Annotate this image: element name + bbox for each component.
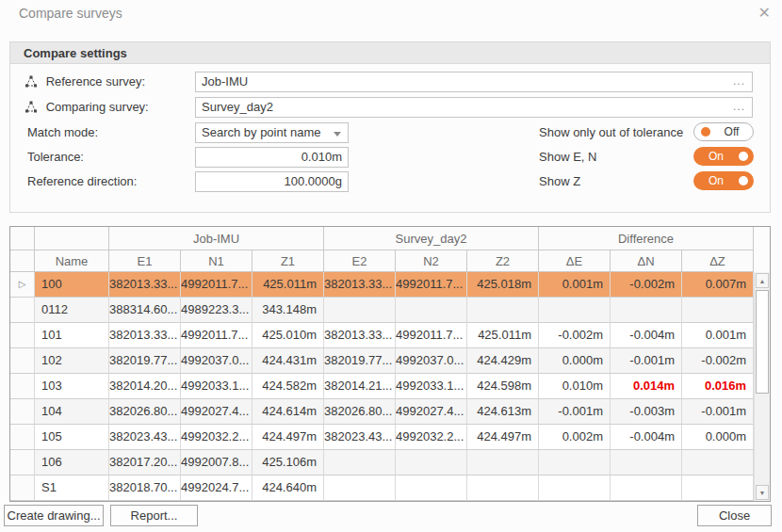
- row-marker[interactable]: [10, 425, 35, 450]
- scroll-up-icon[interactable]: ▲: [756, 273, 769, 288]
- value-cell[interactable]: 424.614m: [253, 399, 324, 425]
- value-cell[interactable]: [682, 450, 754, 476]
- column-header[interactable]: ΔN: [611, 250, 682, 272]
- close-icon[interactable]: ✕: [758, 4, 771, 23]
- value-cell[interactable]: 424.497m: [253, 425, 324, 450]
- value-cell[interactable]: 0.001m: [682, 323, 754, 348]
- value-cell[interactable]: [467, 476, 539, 501]
- value-cell[interactable]: [396, 298, 467, 323]
- value-cell[interactable]: -0.002m: [682, 348, 754, 374]
- value-cell[interactable]: [396, 450, 467, 476]
- value-cell[interactable]: 424.598m: [467, 374, 539, 399]
- column-header[interactable]: Name: [35, 250, 109, 272]
- value-cell[interactable]: 0.010m: [539, 374, 611, 399]
- value-cell[interactable]: 0.014m: [611, 374, 682, 399]
- value-cell[interactable]: 424.429m: [467, 348, 539, 374]
- value-cell[interactable]: 4992011.7...: [396, 272, 467, 298]
- value-cell[interactable]: 425.106m: [253, 450, 324, 476]
- value-cell[interactable]: 382017.20...: [109, 450, 181, 476]
- value-cell[interactable]: 4992037.0...: [181, 348, 253, 374]
- show-z-toggle[interactable]: On: [693, 171, 754, 190]
- value-cell[interactable]: [611, 476, 682, 501]
- comparing-survey-browse-button[interactable]: ...: [733, 98, 745, 116]
- value-cell[interactable]: 424.497m: [467, 425, 539, 450]
- value-cell[interactable]: 343.148m: [253, 298, 324, 323]
- value-cell[interactable]: 4992027.4...: [396, 399, 467, 425]
- value-cell[interactable]: 425.018m: [467, 272, 539, 298]
- value-cell[interactable]: 382013.33...: [324, 272, 396, 298]
- value-cell[interactable]: 425.011m: [467, 323, 539, 348]
- value-cell[interactable]: 0.007m: [682, 272, 754, 298]
- row-marker[interactable]: [10, 450, 35, 476]
- reference-survey-browse-button[interactable]: ...: [733, 73, 745, 90]
- value-cell[interactable]: 382013.33...: [324, 323, 396, 348]
- value-cell[interactable]: -0.004m: [611, 425, 682, 450]
- create-drawing-button[interactable]: Create drawing...: [4, 505, 104, 526]
- column-header[interactable]: ΔE: [539, 250, 611, 272]
- column-header[interactable]: N2: [396, 250, 467, 272]
- reference-direction-field[interactable]: 100.0000g: [195, 171, 349, 192]
- point-name-cell[interactable]: 105: [35, 425, 109, 450]
- scrollbar-track[interactable]: ▲ ▼: [754, 272, 770, 501]
- value-cell[interactable]: 382014.20...: [109, 374, 181, 399]
- value-cell[interactable]: 382026.80...: [109, 399, 181, 425]
- value-cell[interactable]: 382013.33...: [109, 272, 181, 298]
- value-cell[interactable]: 425.010m: [253, 323, 324, 348]
- column-header[interactable]: Z1: [253, 250, 324, 272]
- value-cell[interactable]: 0.001m: [539, 272, 611, 298]
- value-cell[interactable]: 382019.77...: [109, 348, 181, 374]
- value-cell[interactable]: 4992011.7...: [181, 272, 253, 298]
- point-name-cell[interactable]: S1: [35, 476, 109, 501]
- value-cell[interactable]: 382019.77...: [324, 348, 396, 374]
- value-cell[interactable]: 382023.43...: [109, 425, 181, 450]
- value-cell[interactable]: 424.613m: [467, 399, 539, 425]
- value-cell[interactable]: 382026.80...: [324, 399, 396, 425]
- value-cell[interactable]: 382018.70...: [109, 476, 181, 501]
- column-header[interactable]: E2: [324, 250, 396, 272]
- row-marker[interactable]: [10, 298, 35, 323]
- value-cell[interactable]: 0.000m: [682, 425, 754, 450]
- value-cell[interactable]: [324, 450, 396, 476]
- value-cell[interactable]: 4992011.7...: [181, 323, 253, 348]
- row-marker[interactable]: [10, 348, 35, 374]
- point-name-cell[interactable]: 0112: [35, 298, 109, 323]
- point-name-cell[interactable]: 101: [35, 323, 109, 348]
- value-cell[interactable]: -0.001m: [682, 399, 754, 425]
- value-cell[interactable]: 4992027.4...: [181, 399, 253, 425]
- value-cell[interactable]: [467, 298, 539, 323]
- value-cell[interactable]: 4992033.1...: [181, 374, 253, 399]
- value-cell[interactable]: [324, 476, 396, 501]
- value-cell[interactable]: 424.582m: [253, 374, 324, 399]
- value-cell[interactable]: -0.002m: [611, 272, 682, 298]
- value-cell[interactable]: [467, 450, 539, 476]
- value-cell[interactable]: 4992037.0...: [396, 348, 467, 374]
- column-header[interactable]: N1: [181, 250, 253, 272]
- column-header[interactable]: ΔZ: [682, 250, 754, 272]
- value-cell[interactable]: [396, 476, 467, 501]
- value-cell[interactable]: [539, 476, 611, 501]
- value-cell[interactable]: 4989223.3...: [181, 298, 253, 323]
- value-cell[interactable]: 382013.33...: [109, 323, 181, 348]
- row-marker[interactable]: ▷: [10, 272, 35, 298]
- value-cell[interactable]: [611, 298, 682, 323]
- value-cell[interactable]: -0.001m: [611, 348, 682, 374]
- value-cell[interactable]: 4992032.2...: [396, 425, 467, 450]
- match-mode-dropdown[interactable]: Search by point name: [195, 122, 349, 143]
- value-cell[interactable]: 4992033.1...: [396, 374, 467, 399]
- value-cell[interactable]: [539, 450, 611, 476]
- row-marker[interactable]: [10, 323, 35, 348]
- scroll-down-icon[interactable]: ▼: [756, 485, 769, 500]
- value-cell[interactable]: 388314.60...: [109, 298, 181, 323]
- row-marker[interactable]: [10, 476, 35, 501]
- close-button[interactable]: Close: [697, 505, 772, 526]
- value-cell[interactable]: -0.002m: [539, 323, 611, 348]
- value-cell[interactable]: 4992024.7...: [181, 476, 253, 501]
- row-marker[interactable]: [10, 374, 35, 399]
- point-name-cell[interactable]: 103: [35, 374, 109, 399]
- show-en-toggle[interactable]: On: [693, 147, 754, 166]
- value-cell[interactable]: 0.000m: [539, 348, 611, 374]
- point-name-cell[interactable]: 104: [35, 399, 109, 425]
- value-cell[interactable]: -0.004m: [611, 323, 682, 348]
- value-cell[interactable]: 0.002m: [539, 425, 611, 450]
- tolerance-field[interactable]: 0.010m: [195, 147, 349, 168]
